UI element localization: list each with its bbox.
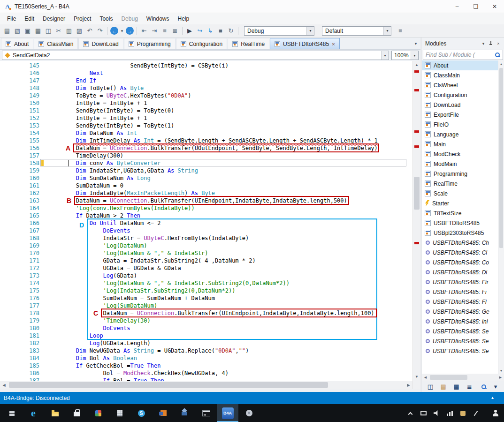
code-line[interactable]: 146 Next (0, 69, 412, 77)
sub-item[interactable]: USBFTDItoRS485: Se (422, 326, 504, 336)
scrollbar-thumb[interactable] (499, 68, 503, 248)
tab-configuration[interactable]: Configuration (176, 38, 227, 49)
sub-item[interactable]: USBFTDItoRS485: Ge (422, 307, 504, 316)
module-item-main[interactable]: Main (422, 139, 504, 149)
code-line[interactable]: 162 Dim IndataByte(MaxInPacketLength) As… (0, 189, 412, 197)
sub-item[interactable]: USBFTDItoRS485: Fl (422, 297, 504, 307)
code-line[interactable]: 184 Dim Bol As Boolean (0, 354, 412, 362)
ime-icon[interactable] (459, 408, 466, 418)
scrollbar-thumb[interactable] (414, 177, 420, 210)
module-item-configuration[interactable]: Configuration (422, 90, 504, 100)
code-line[interactable]: 178 DataNum = UConnection.BulkTransfer(U… (0, 309, 412, 317)
search-icon[interactable] (478, 383, 487, 391)
line-number[interactable]: 179 (0, 317, 39, 324)
line-number[interactable]: 153 (0, 122, 39, 129)
menu-help[interactable]: Help (174, 13, 194, 24)
close-button[interactable]: ✕ (485, 0, 504, 13)
line-number[interactable]: 148 (0, 84, 39, 92)
line-number[interactable]: 166 (0, 219, 39, 227)
zoom-combobox[interactable]: 100% ▾ (391, 51, 419, 60)
navigate-back-dropdown-icon[interactable]: ▾ (119, 26, 125, 36)
module-item-usbpl2303tors485[interactable]: USBpl2303toRS485 (422, 228, 504, 238)
minimize-button[interactable]: – (448, 0, 466, 13)
line-number[interactable]: 167 (0, 227, 39, 234)
hscrollbar-track[interactable] (429, 374, 497, 381)
code-line[interactable]: 147 End If (0, 77, 412, 84)
line-number[interactable]: 151 (0, 107, 39, 114)
sub-item[interactable]: USBFTDItoRS485: Di (422, 267, 504, 277)
code-area[interactable]: 145 SendByte(IntByte) = CSByte(i)146 Nex… (0, 61, 412, 381)
sub-selector-combobox[interactable]: SendGetData2 ▾ (2, 51, 389, 60)
uncomment-icon[interactable]: ≣ (170, 26, 180, 36)
sub-item[interactable]: USBFTDItoRS485: Cl (422, 248, 504, 257)
scroll-right-icon[interactable]: ▶ (405, 381, 412, 389)
tab-download[interactable]: DownLoad (78, 38, 123, 49)
line-number[interactable]: 152 (0, 114, 39, 122)
line-number[interactable]: 180 (0, 324, 39, 332)
module-item-about[interactable]: About (422, 60, 504, 70)
module-item-clswheel[interactable]: ClsWheel (422, 80, 504, 90)
line-number[interactable]: 158 (0, 159, 39, 167)
taskbar-photos[interactable] (87, 404, 109, 422)
taskbar-store[interactable] (66, 404, 87, 422)
navigate-back-icon[interactable]: ← (110, 27, 118, 35)
code-line[interactable]: 167 DoEvents (0, 227, 412, 234)
code-line[interactable]: 150 IntByte = IntByte + 1 (0, 99, 412, 107)
module-item-scale[interactable]: Scale (422, 188, 504, 198)
code-line[interactable]: 166 Do Until DataNum <= 2 (0, 219, 412, 227)
line-number[interactable]: 164 (0, 204, 39, 212)
scroll-down-icon[interactable]: ▼ (498, 367, 504, 374)
build-mode-combobox[interactable]: Debug▾ (244, 26, 314, 36)
grid-view-icon[interactable]: ▦ (452, 383, 461, 391)
code-line[interactable]: 149 ToByte = UByteC.HexToBytes("0D0A") (0, 92, 412, 99)
code-line[interactable]: 180 DoEvents (0, 324, 412, 332)
taskbar-start-button[interactable] (1, 404, 23, 422)
menu-file[interactable]: File (3, 13, 20, 24)
module-item-language[interactable]: Language (422, 129, 504, 139)
monitor-icon[interactable] (420, 408, 427, 418)
tab-classmain[interactable]: ClassMain (34, 38, 78, 49)
library-icon[interactable]: ▤ (439, 383, 448, 391)
code-line[interactable]: 171 GData = IndataStr.SubString2( 4 ,Dat… (0, 257, 412, 264)
module-search-input[interactable]: Find Sub / Module ( (423, 50, 503, 60)
hidden-icons-chevron[interactable] (406, 408, 414, 418)
volume-icon[interactable] (433, 408, 440, 418)
chevron-down-icon[interactable]: ▾ (411, 51, 418, 60)
line-number[interactable]: 150 (0, 99, 39, 107)
code-line[interactable]: 182 Log(UGData.Length) (0, 339, 412, 347)
undo-icon[interactable]: ↶ (84, 26, 95, 36)
line-number[interactable]: 187 (0, 377, 39, 381)
module-item-modcheck[interactable]: ModCheck (422, 149, 504, 159)
line-number[interactable]: 178 (0, 309, 39, 317)
navigate-forward-icon[interactable]: → (126, 27, 134, 35)
code-line[interactable]: 160 Dim SumDataNum As Long (0, 174, 412, 182)
line-number[interactable]: 145 (0, 62, 39, 69)
line-number[interactable]: 183 (0, 347, 39, 354)
code-line[interactable]: 159 Dim IndataStr,UGData,GData As String (0, 167, 412, 174)
cut-icon[interactable]: ✂ (53, 26, 64, 36)
close-icon[interactable]: × (495, 40, 502, 47)
hscrollbar-thumb[interactable] (9, 382, 328, 388)
indent-icon[interactable]: ⇥ (149, 26, 160, 36)
taskbar-3d-builder[interactable] (174, 404, 195, 422)
menu-debug[interactable]: Debug (117, 13, 142, 24)
network-icon[interactable] (446, 408, 453, 418)
line-number[interactable]: 169 (0, 242, 39, 249)
scroll-up-icon[interactable]: ▲ (413, 61, 420, 69)
comment-icon[interactable]: ≡ (160, 26, 170, 36)
line-number[interactable]: 146 (0, 69, 39, 77)
tab-about[interactable]: About (1, 38, 33, 49)
module-item-t8textsize[interactable]: T8TextSize (422, 208, 504, 218)
hscrollbar-thumb[interactable] (430, 375, 467, 380)
step-into-icon[interactable]: ↳ (205, 26, 215, 36)
tab-usbftditors485[interactable]: USBFTDItoRS485× (270, 38, 339, 49)
line-number[interactable]: 149 (0, 92, 39, 99)
line-number[interactable]: 174 (0, 279, 39, 287)
taskbar-edge[interactable]: e (23, 404, 44, 422)
line-number[interactable]: 168 (0, 234, 39, 242)
scroll-right-icon[interactable]: ▶ (497, 374, 504, 381)
copy-icon[interactable]: ▥ (64, 26, 74, 36)
taskbar-skype[interactable] (130, 404, 152, 422)
code-line[interactable]: 164 'Log(conv.HexFromBytes(IndataByte)) (0, 204, 412, 212)
code-line[interactable]: 172 UGData = UGData & GData (0, 264, 412, 272)
